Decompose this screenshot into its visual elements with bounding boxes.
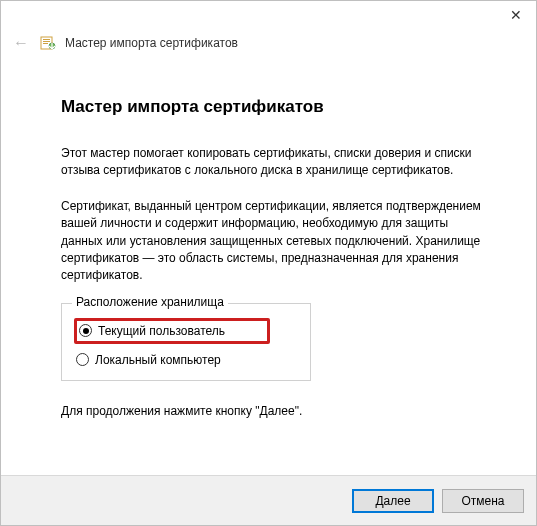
body-text: Сертификат, выданный центром сертификаци… — [61, 198, 488, 285]
certificate-wizard-icon — [39, 34, 57, 52]
radio-label: Текущий пользователь — [98, 324, 225, 338]
intro-text: Этот мастер помогает копировать сертифик… — [61, 145, 488, 180]
header-row: ← Мастер импорта сертификатов — [1, 29, 536, 57]
store-location-group: Расположение хранилища Текущий пользоват… — [61, 303, 311, 381]
radio-current-user[interactable]: Текущий пользователь — [74, 318, 270, 344]
next-button[interactable]: Далее — [352, 489, 434, 513]
close-icon: ✕ — [510, 7, 522, 23]
radio-label: Локальный компьютер — [95, 353, 221, 367]
titlebar: ✕ — [1, 1, 536, 31]
page-title: Мастер импорта сертификатов — [61, 97, 488, 117]
wizard-window: ✕ ← Мастер импорта сертификатов Мастер и… — [0, 0, 537, 526]
group-legend: Расположение хранилища — [72, 295, 228, 309]
radio-local-computer[interactable]: Локальный компьютер — [74, 350, 298, 370]
radio-icon — [76, 353, 89, 366]
svg-rect-3 — [43, 43, 48, 44]
arrow-left-icon: ← — [13, 35, 29, 51]
footer: Далее Отмена — [1, 475, 536, 525]
svg-rect-2 — [43, 41, 50, 42]
radio-icon — [79, 324, 92, 337]
svg-rect-1 — [43, 39, 50, 40]
header-title: Мастер импорта сертификатов — [65, 36, 238, 50]
content-area: Мастер импорта сертификатов Этот мастер … — [1, 57, 536, 475]
close-button[interactable]: ✕ — [496, 1, 536, 29]
continue-hint: Для продолжения нажмите кнопку "Далее". — [61, 403, 488, 420]
back-button[interactable]: ← — [11, 33, 31, 53]
cancel-button[interactable]: Отмена — [442, 489, 524, 513]
